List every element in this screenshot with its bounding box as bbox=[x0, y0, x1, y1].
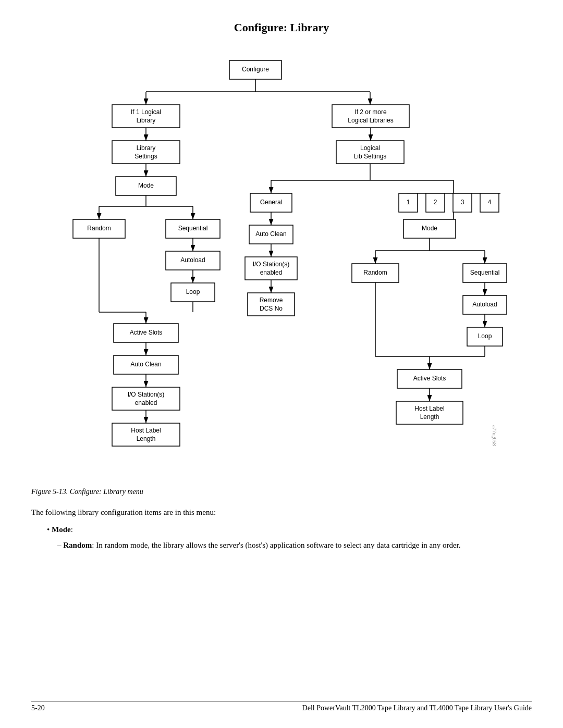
svg-text:General: General bbox=[260, 199, 283, 206]
svg-text:3: 3 bbox=[461, 199, 464, 206]
svg-text:Sequential: Sequential bbox=[470, 269, 500, 276]
page-title: Configure: Library bbox=[31, 21, 532, 34]
svg-text:I/O Station(s): I/O Station(s) bbox=[253, 261, 290, 268]
svg-text:Mode: Mode bbox=[138, 182, 154, 189]
svg-text:Loop: Loop bbox=[186, 288, 200, 295]
svg-text:2: 2 bbox=[434, 199, 437, 206]
sub-bullet-random: – Random: In random mode, the library al… bbox=[57, 539, 532, 551]
svg-text:Logical Libraries: Logical Libraries bbox=[348, 117, 393, 124]
svg-text:Lib Settings: Lib Settings bbox=[354, 153, 387, 160]
svg-text:Library: Library bbox=[137, 117, 156, 124]
watermark-text: a77ug058 bbox=[492, 425, 497, 446]
footer-title: Dell PowerVault TL2000 Tape Library and … bbox=[302, 704, 532, 712]
svg-text:Settings: Settings bbox=[134, 153, 157, 160]
figure-caption: Figure 5-13. Configure: Library menu bbox=[31, 488, 532, 496]
random-label: Random bbox=[63, 541, 92, 549]
footer: 5-20 Dell PowerVault TL2000 Tape Library… bbox=[31, 701, 532, 712]
svg-text:Host Label: Host Label bbox=[414, 405, 444, 412]
svg-text:Remove: Remove bbox=[260, 297, 283, 304]
configure-label: Configure bbox=[242, 66, 269, 73]
intro-text: The following library configuration item… bbox=[31, 507, 532, 519]
svg-text:enabled: enabled bbox=[135, 399, 157, 406]
svg-text:1: 1 bbox=[407, 199, 410, 206]
svg-text:DCS No: DCS No bbox=[260, 305, 283, 312]
svg-text:I/O Station(s): I/O Station(s) bbox=[128, 391, 165, 398]
random-text: : In random mode, the library allows the… bbox=[92, 541, 460, 549]
svg-text:Auto Clean: Auto Clean bbox=[130, 361, 161, 368]
svg-text:Length: Length bbox=[137, 435, 156, 442]
diagram-container: Configure If 1 Logical Library If 2 or m… bbox=[31, 50, 532, 477]
svg-text:enabled: enabled bbox=[260, 269, 283, 276]
svg-text:Mode: Mode bbox=[422, 225, 437, 232]
svg-text:Host Label: Host Label bbox=[131, 427, 161, 434]
svg-text:Random: Random bbox=[363, 269, 387, 276]
svg-text:Loop: Loop bbox=[478, 332, 492, 340]
footer-page-number: 5-20 bbox=[31, 704, 45, 712]
bullet-mode: • Mode: bbox=[47, 524, 532, 536]
svg-text:If 1 Logical: If 1 Logical bbox=[131, 108, 161, 116]
svg-text:Library: Library bbox=[137, 144, 156, 152]
svg-text:Active Slots: Active Slots bbox=[413, 375, 446, 382]
svg-text:4: 4 bbox=[488, 199, 492, 206]
svg-text:Length: Length bbox=[420, 413, 439, 421]
svg-text:Auto Clean: Auto Clean bbox=[255, 230, 286, 238]
svg-text:Sequential: Sequential bbox=[178, 225, 208, 232]
mode-label: Mode bbox=[52, 525, 71, 534]
svg-text:If 2 or more: If 2 or more bbox=[354, 108, 387, 116]
svg-text:Active Slots: Active Slots bbox=[130, 329, 163, 336]
svg-text:Random: Random bbox=[87, 225, 111, 232]
svg-text:Autoload: Autoload bbox=[472, 301, 497, 308]
svg-text:Autoload: Autoload bbox=[180, 256, 205, 264]
svg-text:Logical: Logical bbox=[360, 144, 380, 152]
